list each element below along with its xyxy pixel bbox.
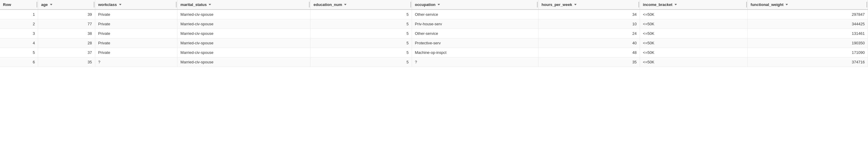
header-functional_weight[interactable]: functional_weight: [747, 0, 868, 9]
header-label-row: Row: [3, 2, 11, 7]
resize-handle-occupation[interactable]: [537, 0, 538, 9]
cell-age: 37: [38, 48, 95, 57]
cell-hours_per_week: 40: [538, 38, 640, 48]
cell-functional_weight: 297847: [747, 9, 868, 19]
cell-row: 5: [0, 48, 38, 57]
header-label-marital_status: marital_status: [180, 2, 207, 7]
cell-workclass: Private: [95, 9, 178, 19]
resize-handle-marital_status[interactable]: [309, 0, 310, 9]
cell-age: 28: [38, 38, 95, 48]
resize-handle-income_bracket[interactable]: [746, 0, 747, 9]
header-label-age: age: [41, 2, 48, 7]
cell-workclass: Private: [95, 29, 178, 38]
cell-row: 3: [0, 29, 38, 38]
cell-hours_per_week: 24: [538, 29, 640, 38]
header-education_num[interactable]: education_num: [310, 0, 412, 9]
sort-icon-hours_per_week[interactable]: [574, 4, 577, 5]
resize-handle-education_num[interactable]: [410, 0, 412, 9]
table-row: 338PrivateMarried-civ-spouse5Other-servi…: [0, 29, 868, 38]
header-row: Row: [0, 0, 38, 9]
header-label-occupation: occupation: [415, 2, 435, 7]
cell-education_num: 5: [310, 38, 412, 48]
header-label-workclass: workclass: [98, 2, 117, 7]
cell-row: 2: [0, 19, 38, 29]
cell-occupation: ?: [412, 57, 538, 67]
cell-functional_weight: 190350: [747, 38, 868, 48]
table-row: 635?Married-civ-spouse5?35<=50K374716: [0, 57, 868, 67]
cell-marital_status: Married-civ-spouse: [178, 38, 310, 48]
cell-workclass: ?: [95, 57, 178, 67]
header-marital_status[interactable]: marital_status: [178, 0, 310, 9]
sort-icon-education_num[interactable]: [344, 4, 346, 5]
cell-row: 6: [0, 57, 38, 67]
cell-workclass: Private: [95, 48, 178, 57]
cell-marital_status: Married-civ-spouse: [178, 19, 310, 29]
cell-row: 4: [0, 38, 38, 48]
cell-marital_status: Married-civ-spouse: [178, 48, 310, 57]
resize-handle-workclass[interactable]: [176, 0, 177, 9]
cell-education_num: 5: [310, 29, 412, 38]
cell-marital_status: Married-civ-spouse: [178, 9, 310, 19]
cell-marital_status: Married-civ-spouse: [178, 57, 310, 67]
table-row: 428PrivateMarried-civ-spouse5Protective-…: [0, 38, 868, 48]
header-label-hours_per_week: hours_per_week: [541, 2, 572, 7]
header-label-income_bracket: income_bracket: [643, 2, 673, 7]
resize-handle-row[interactable]: [37, 0, 38, 9]
resize-handle-hours_per_week[interactable]: [639, 0, 640, 9]
cell-income_bracket: <=50K: [640, 48, 747, 57]
cell-occupation: Other-service: [412, 29, 538, 38]
cell-functional_weight: 131461: [747, 29, 868, 38]
cell-income_bracket: <=50K: [640, 29, 747, 38]
table-row: 277PrivateMarried-civ-spouse5Priv-house-…: [0, 19, 868, 29]
cell-hours_per_week: 10: [538, 19, 640, 29]
cell-education_num: 5: [310, 9, 412, 19]
cell-income_bracket: <=50K: [640, 19, 747, 29]
cell-hours_per_week: 34: [538, 9, 640, 19]
header-label-education_num: education_num: [313, 2, 342, 7]
header-workclass[interactable]: workclass: [95, 0, 178, 9]
cell-functional_weight: 171090: [747, 48, 868, 57]
cell-age: 38: [38, 29, 95, 38]
sort-icon-marital_status[interactable]: [209, 4, 211, 5]
header-income_bracket[interactable]: income_bracket: [640, 0, 747, 9]
sort-icon-income_bracket[interactable]: [675, 4, 677, 5]
cell-marital_status: Married-civ-spouse: [178, 29, 310, 38]
resize-handle-functional_weight[interactable]: [867, 0, 868, 9]
header-age[interactable]: age: [38, 0, 95, 9]
cell-functional_weight: 344425: [747, 19, 868, 29]
cell-income_bracket: <=50K: [640, 38, 747, 48]
cell-occupation: Priv-house-serv: [412, 19, 538, 29]
sort-icon-age[interactable]: [50, 4, 52, 5]
cell-row: 1: [0, 9, 38, 19]
cell-education_num: 5: [310, 19, 412, 29]
resize-handle-age[interactable]: [94, 0, 95, 9]
cell-workclass: Private: [95, 19, 178, 29]
cell-income_bracket: <=50K: [640, 9, 747, 19]
cell-income_bracket: <=50K: [640, 57, 747, 67]
cell-workclass: Private: [95, 38, 178, 48]
sort-icon-workclass[interactable]: [119, 4, 121, 5]
table-row: 139PrivateMarried-civ-spouse5Other-servi…: [0, 9, 868, 19]
header-hours_per_week[interactable]: hours_per_week: [538, 0, 640, 9]
table-row: 537PrivateMarried-civ-spouse5Machine-op-…: [0, 48, 868, 57]
cell-education_num: 5: [310, 57, 412, 67]
sort-icon-functional_weight[interactable]: [785, 4, 788, 5]
cell-occupation: Protective-serv: [412, 38, 538, 48]
cell-functional_weight: 374716: [747, 57, 868, 67]
cell-age: 77: [38, 19, 95, 29]
header-label-functional_weight: functional_weight: [751, 2, 784, 7]
cell-education_num: 5: [310, 48, 412, 57]
cell-occupation: Other-service: [412, 9, 538, 19]
data-table: Rowageworkclassmarital_statuseducation_n…: [0, 0, 868, 67]
cell-age: 39: [38, 9, 95, 19]
header-occupation[interactable]: occupation: [412, 0, 538, 9]
cell-hours_per_week: 48: [538, 48, 640, 57]
sort-icon-occupation[interactable]: [438, 4, 440, 5]
cell-age: 35: [38, 57, 95, 67]
cell-occupation: Machine-op-inspct: [412, 48, 538, 57]
cell-hours_per_week: 35: [538, 57, 640, 67]
